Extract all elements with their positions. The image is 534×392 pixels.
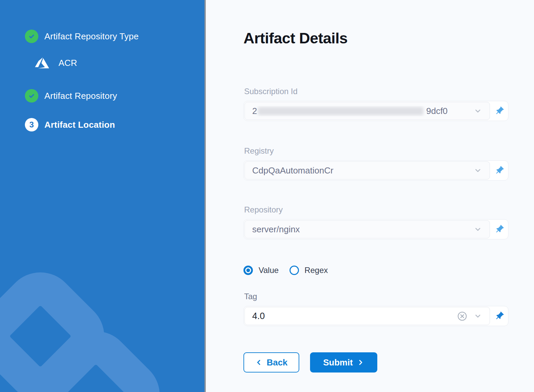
subscription-id-field-group: 2 9dcf0 [243, 101, 508, 121]
subscription-id-select[interactable]: 2 9dcf0 [244, 102, 490, 120]
submit-button-label: Submit [323, 357, 353, 368]
tag-combobox[interactable] [244, 307, 490, 325]
subscription-id-field: Subscription Id 2 9dcf0 [243, 87, 508, 121]
registry-value: CdpQaAutomationCr [252, 165, 467, 176]
step-label: Artifact Repository Type [44, 31, 139, 42]
subscription-id-visible-end: 9dcf0 [426, 106, 448, 116]
chevron-down-icon [473, 225, 482, 234]
chevron-down-icon [473, 107, 482, 115]
radio-regex[interactable]: Regex [290, 266, 328, 275]
step-number-badge: 3 [25, 118, 38, 131]
wizard-steps-sidebar: Artifact Repository Type ACR Artifact Re… [0, 0, 204, 392]
pushpin-icon [494, 106, 504, 116]
registry-field-group: CdpQaAutomationCr [243, 160, 508, 181]
tag-field: Tag [243, 292, 508, 326]
registry-select[interactable]: CdpQaAutomationCr [244, 161, 490, 180]
artifact-details-panel: Artifact Details Subscription Id 2 9dcf0 [206, 0, 534, 392]
tag-match-mode-radios: Value Regex [243, 266, 534, 275]
step-complete-check-icon [25, 89, 38, 103]
pushpin-icon [494, 165, 504, 175]
chevron-down-icon [473, 312, 482, 320]
pin-button[interactable] [491, 161, 508, 180]
chevron-right-icon [357, 359, 364, 366]
chevron-left-icon [255, 359, 263, 366]
back-button[interactable]: Back [243, 352, 299, 373]
step-label: Artifact Repository [44, 91, 117, 101]
repository-value: server/nginx [252, 224, 467, 235]
pin-button[interactable] [491, 220, 508, 239]
wizard-step-list: Artifact Repository Type ACR Artifact Re… [0, 0, 204, 131]
step-artifact-repository-type[interactable]: Artifact Repository Type [25, 30, 204, 43]
subscription-id-redacted-blur [258, 107, 423, 115]
repository-field-group: server/nginx [243, 219, 508, 239]
subscription-id-label: Subscription Id [244, 87, 508, 96]
page-title: Artifact Details [243, 30, 534, 47]
chevron-down-icon [473, 166, 482, 175]
radio-value-label: Value [259, 266, 279, 275]
submit-button[interactable]: Submit [310, 352, 377, 373]
registry-field: Registry CdpQaAutomationCr [243, 146, 508, 181]
radio-regex-label: Regex [305, 266, 328, 275]
subscription-id-value: 2 9dcf0 [252, 106, 467, 116]
repository-label: Repository [244, 205, 508, 214]
pushpin-icon [494, 311, 504, 321]
substep-acr[interactable]: ACR [34, 56, 204, 70]
azure-icon [34, 56, 50, 70]
radio-value[interactable]: Value [243, 266, 279, 275]
subscription-id-visible-start: 2 [252, 106, 257, 116]
step-label: Artifact Location [44, 120, 115, 130]
step-artifact-repository[interactable]: Artifact Repository [25, 89, 204, 103]
clear-icon[interactable] [457, 311, 467, 321]
pushpin-icon [494, 224, 504, 234]
substep-label: ACR [59, 58, 77, 68]
pin-button[interactable] [491, 101, 508, 121]
tag-input[interactable] [252, 311, 457, 321]
form-actions: Back Submit [243, 352, 534, 373]
back-button-label: Back [267, 357, 288, 368]
tag-field-group [243, 306, 508, 326]
app-window: Artifact Repository Type ACR Artifact Re… [0, 0, 534, 392]
pin-button-active[interactable] [491, 306, 508, 326]
tag-label: Tag [244, 292, 508, 301]
step-complete-check-icon [25, 30, 38, 43]
registry-label: Registry [244, 146, 508, 156]
repository-field: Repository server/nginx [243, 205, 508, 239]
step-artifact-location[interactable]: 3 Artifact Location [25, 118, 204, 131]
repository-select[interactable]: server/nginx [244, 220, 490, 238]
radio-selected-icon [243, 266, 253, 275]
radio-unselected-icon [290, 266, 299, 275]
